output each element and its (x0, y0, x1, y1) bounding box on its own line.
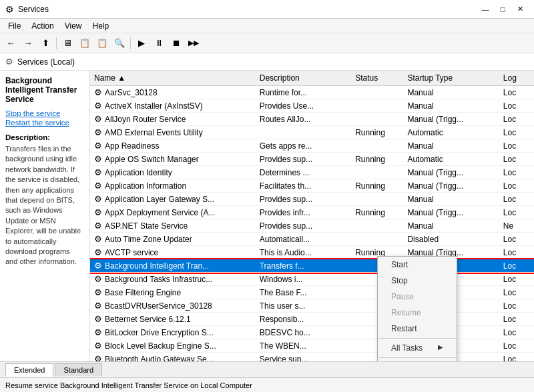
table-row[interactable]: ⚙ Base Filtering Engine The Base F... Lo… (90, 286, 534, 299)
table-row[interactable]: ⚙ Bluetooth Audio Gateway Se... Service … (90, 353, 534, 362)
service-icon: ⚙ (94, 234, 102, 244)
cell-log: Loc (499, 339, 534, 353)
description-label: Description: (5, 133, 84, 141)
table-row[interactable]: ⚙ AarSvc_30128 Runtime for... Manual Loc (90, 86, 534, 99)
table-row[interactable]: ⚙ Auto Time Zone Updater Automaticall...… (90, 233, 534, 246)
minimize-button[interactable]: — (477, 3, 494, 16)
cell-log: Loc (499, 326, 534, 339)
cell-startup: Automatic (403, 126, 499, 139)
cell-desc: Windows i... (256, 273, 351, 286)
menu-action[interactable]: Action (26, 20, 59, 32)
table-row[interactable]: ⚙ ActiveX Installer (AxInstSV) Provides … (90, 99, 534, 113)
tab-bar: ExtendedStandard (0, 361, 534, 376)
table-row[interactable]: ⚙ Application Information Facilitates th… (90, 179, 534, 193)
cell-name: ⚙ Background Tasks Infrastruc... (90, 273, 256, 286)
table-row[interactable]: ⚙ Betternet Service 6.12.1 Responsib... … (90, 313, 534, 326)
table-row[interactable]: ⚙ App Readiness Gets apps re... Manual L… (90, 139, 534, 153)
cell-log: Loc (499, 273, 534, 286)
col-log[interactable]: Log (499, 71, 534, 86)
cell-name: ⚙ Apple OS Switch Manager (90, 153, 256, 166)
restart-service-link[interactable]: Restart the service (5, 119, 84, 127)
cell-log: Loc (499, 193, 534, 206)
toolbar-back[interactable]: ← (3, 35, 19, 51)
tab-extended[interactable]: Extended (5, 363, 53, 377)
col-desc[interactable]: Description (256, 71, 351, 86)
toolbar-display[interactable]: 🖥 (59, 35, 75, 51)
toolbar-search[interactable]: 🔍 (111, 35, 127, 51)
cell-startup: Manual (403, 86, 499, 99)
cell-startup: Manual (403, 193, 499, 206)
cell-desc: Facilitates th... (256, 179, 351, 193)
toolbar-pause[interactable]: ⏸ (151, 35, 167, 51)
cell-desc (256, 126, 351, 139)
cell-log: Loc (499, 139, 534, 153)
toolbar-copy[interactable]: 📋 (77, 35, 93, 51)
cell-startup: Manual (Trigg... (403, 206, 499, 219)
service-name: Apple OS Switch Manager (105, 155, 199, 164)
table-row[interactable]: ⚙ Background Tasks Infrastruc... Windows… (90, 273, 534, 286)
cell-status: Running (351, 126, 403, 139)
services-table: Name ▲ Description Status Startup Type L… (90, 71, 534, 361)
toolbar-up[interactable]: ⬆ (37, 35, 53, 51)
cell-log: Loc (499, 126, 534, 139)
table-row[interactable]: ⚙ Block Level Backup Engine S... The WBE… (90, 339, 534, 353)
table-row[interactable]: ⚙ Application Identity Determines ... Ma… (90, 166, 534, 179)
menu-bar: File Action View Help (0, 19, 534, 33)
service-icon: ⚙ (94, 154, 102, 164)
table-row[interactable]: ⚙ BitLocker Drive Encryption S... BDESVC… (90, 326, 534, 339)
cell-log: Loc (499, 153, 534, 166)
cell-log: Loc (499, 353, 534, 362)
description-text: Transfers files in the background using … (5, 144, 84, 267)
context-menu: StartStopPauseResumeRestartAll TasksRefr… (377, 256, 457, 361)
col-name[interactable]: Name ▲ (90, 71, 256, 86)
service-icon: ⚙ (94, 301, 102, 311)
table-row[interactable]: ⚙ Application Layer Gateway S... Provide… (90, 193, 534, 206)
toolbar-paste[interactable]: 📋 (94, 35, 110, 51)
table-row[interactable]: ⚙ Apple OS Switch Manager Provides sup..… (90, 153, 534, 166)
context-menu-item-start[interactable]: Start (378, 257, 457, 273)
toolbar-stop[interactable]: ⏹ (168, 35, 184, 51)
table-row[interactable]: ⚙ AMD External Events Utility Running Au… (90, 126, 534, 139)
cell-log: Loc (499, 206, 534, 219)
table-row[interactable]: ⚙ Background Intelligent Tran... Transfe… (90, 259, 534, 273)
service-icon: ⚙ (94, 181, 102, 191)
cell-desc: Provides sup... (256, 219, 351, 233)
table-row[interactable]: ⚙ AVCTP service This is Audio... Running… (90, 246, 534, 259)
status-text: Resume service Background Intelligent Tr… (5, 381, 252, 389)
cell-name: ⚙ AarSvc_30128 (90, 86, 256, 99)
service-icon: ⚙ (94, 274, 102, 284)
menu-file[interactable]: File (3, 20, 26, 32)
table-row[interactable]: ⚙ ASP.NET State Service Provides sup... … (90, 219, 534, 233)
cell-desc: This user s... (256, 299, 351, 313)
cell-desc: This is Audio... (256, 246, 351, 259)
cell-desc: Transfers f... (256, 259, 351, 273)
address-text: Services (Local) (17, 57, 75, 67)
toolbar-sep1 (56, 37, 57, 49)
table-row[interactable]: ⚙ AllJoyn Router Service Routes AllJo...… (90, 113, 534, 126)
cell-log: Loc (499, 179, 534, 193)
menu-view[interactable]: View (59, 20, 87, 32)
toolbar-restart[interactable]: ▶▶ (186, 35, 202, 51)
table-row[interactable]: ⚙ BcastDVRUserService_30128 This user s.… (90, 299, 534, 313)
context-menu-item-restart[interactable]: Restart (378, 321, 457, 337)
close-button[interactable]: ✕ (511, 3, 529, 16)
col-status[interactable]: Status (351, 71, 403, 86)
cell-log: Loc (499, 113, 534, 126)
cell-status (351, 219, 403, 233)
col-startup[interactable]: Startup Type (403, 71, 499, 86)
tab-standard[interactable]: Standard (55, 363, 102, 376)
table-row[interactable]: ⚙ AppX Deployment Service (A... Provides… (90, 206, 534, 219)
context-menu-item-refresh[interactable]: Refresh (378, 359, 457, 361)
stop-service-link[interactable]: Stop the service (5, 109, 84, 117)
service-icon: ⚙ (94, 341, 102, 351)
toolbar-forward[interactable]: → (20, 35, 36, 51)
maximize-button[interactable]: □ (494, 3, 511, 16)
context-menu-item-all-tasks[interactable]: All Tasks (378, 340, 457, 356)
toolbar-play[interactable]: ▶ (134, 35, 150, 51)
cell-name: ⚙ Application Information (90, 179, 256, 193)
cell-status (351, 193, 403, 206)
menu-help[interactable]: Help (87, 20, 115, 32)
service-name: Background Intelligent Tran... (105, 261, 209, 271)
context-menu-item-stop[interactable]: Stop (378, 273, 457, 289)
cell-desc: Runtime for... (256, 86, 351, 99)
